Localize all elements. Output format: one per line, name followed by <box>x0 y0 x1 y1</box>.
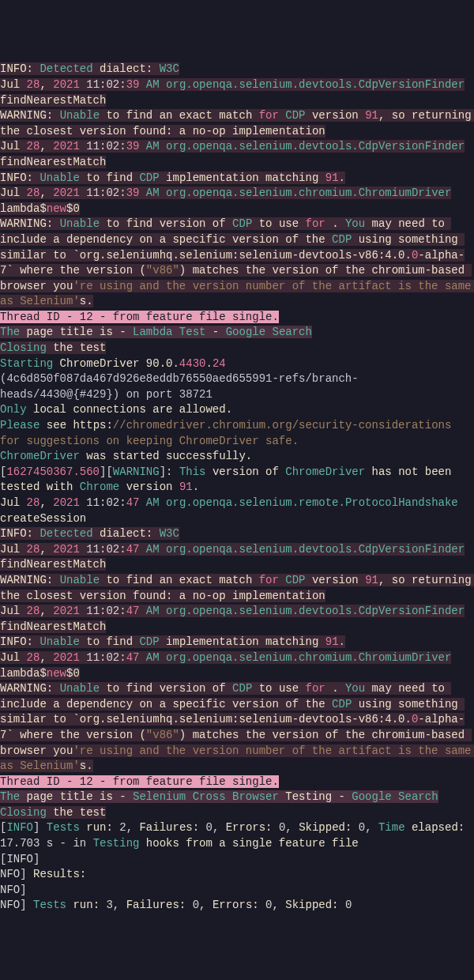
log-line: NFO] Results: <box>0 867 474 883</box>
log-line: Closing the test <box>0 805 474 821</box>
log-line: ChromeDriver was started successfully. <box>0 449 474 465</box>
log-line: Jul 28, 2021 11:02:39 AM org.openqa.sele… <box>0 77 474 93</box>
console-output[interactable]: INFO: Detected dialect: W3CJul 28, 2021 … <box>0 62 474 914</box>
thread-line: Thread ID - 12 - from feature file singl… <box>0 775 474 790</box>
log-line: createSession <box>0 511 474 527</box>
log-line: The page title is - Lambda Test - Google… <box>0 325 474 341</box>
thread-line: Thread ID - 12 - from feature file singl… <box>0 310 474 326</box>
log-line: Closing the test <box>0 341 474 356</box>
log-line: [INFO] <box>0 852 474 868</box>
log-line: findNearestMatch <box>0 93 474 109</box>
log-line: WARNING: Unable to find version of CDP t… <box>0 681 474 775</box>
log-line: INFO: Detected dialect: W3C <box>0 526 474 542</box>
log-line: findNearestMatch <box>0 155 474 171</box>
log-line: Jul 28, 2021 11:02:47 AM org.openqa.sele… <box>0 496 474 511</box>
log-line: [INFO] Tests run: 2, Failures: 0, Errors… <box>0 820 474 851</box>
log-line: NFO] <box>0 883 474 899</box>
log-line: INFO: Unable to find CDP implementation … <box>0 171 474 187</box>
log-line: Jul 28, 2021 11:02:39 AM org.openqa.sele… <box>0 186 474 202</box>
log-line: Jul 28, 2021 11:02:47 AM org.openqa.sele… <box>0 650 474 666</box>
log-line: Please see https://chromedriver.chromium… <box>0 418 474 449</box>
log-line: Jul 28, 2021 11:02:47 AM org.openqa.sele… <box>0 604 474 620</box>
log-line: Only local connections are allowed. <box>0 402 474 418</box>
log-line: NFO] Tests run: 3, Failures: 0, Errors: … <box>0 898 474 914</box>
log-line: lambda$new$0 <box>0 202 474 217</box>
log-line: (4c6d850f087da467d926e8eddb76550aed65599… <box>0 371 474 402</box>
log-line: lambda$new$0 <box>0 666 474 682</box>
log-line: Jul 28, 2021 11:02:39 AM org.openqa.sele… <box>0 139 474 155</box>
log-line: WARNING: Unable to find an exact match f… <box>0 108 474 139</box>
log-line: Jul 28, 2021 11:02:47 AM org.openqa.sele… <box>0 542 474 558</box>
log-line: WARNING: Unable to find an exact match f… <box>0 573 474 604</box>
log-line: INFO: Detected dialect: W3C <box>0 62 474 77</box>
log-line: WARNING: Unable to find version of CDP t… <box>0 217 474 310</box>
log-line: [1627450367.560][WARNING]: This version … <box>0 465 474 496</box>
log-line: The page title is - Selenium Cross Brows… <box>0 790 474 805</box>
log-line: Starting ChromeDriver 90.0.4430.24 <box>0 356 474 372</box>
log-line: INFO: Unable to find CDP implementation … <box>0 635 474 650</box>
log-line: findNearestMatch <box>0 557 474 573</box>
log-line: findNearestMatch <box>0 620 474 635</box>
